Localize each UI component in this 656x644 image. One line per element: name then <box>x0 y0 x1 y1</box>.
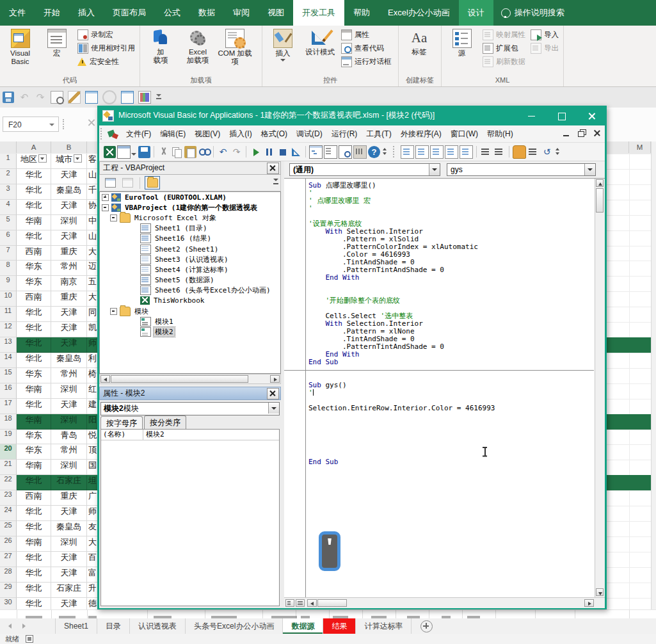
cell-customer-clipped[interactable]: 升 <box>87 583 98 598</box>
tree-item-Sheet6 (头条号Excel办公小动画)[interactable]: Sheet6 (头条号Excel办公小动画) <box>100 286 280 296</box>
cell-customer-clipped[interactable]: 顶 <box>87 444 98 460</box>
help-icon[interactable]: ? <box>368 146 380 158</box>
cell-city[interactable]: 重庆 <box>51 490 87 506</box>
cell-region[interactable]: 华南 <box>17 414 51 430</box>
parameter-info-icon[interactable] <box>445 145 458 159</box>
ribbon-tab-开始[interactable]: 开始 <box>35 0 69 26</box>
row-number[interactable]: 20 <box>0 444 17 460</box>
cell-region[interactable]: 华东 <box>17 368 51 383</box>
tree-item-Sheet3 (认识透视表)[interactable]: Sheet3 (认识透视表) <box>100 254 280 264</box>
sheet-tab-计算达标率[interactable]: 计算达标率 <box>356 618 412 634</box>
cell-customer-clipped[interactable]: 千 <box>87 184 98 200</box>
copy-icon[interactable] <box>171 146 183 158</box>
cell-city[interactable]: 天津 <box>51 322 87 337</box>
cell-city[interactable]: 常州 <box>51 368 87 383</box>
row-number[interactable]: 18 <box>0 414 17 430</box>
redo-icon[interactable]: ↷ <box>230 146 243 158</box>
row-number[interactable]: 15 <box>0 368 17 383</box>
ribbon-tab-数据[interactable]: 数据 <box>189 0 224 26</box>
cell-region[interactable]: 华东 <box>17 444 51 460</box>
row-number[interactable]: 17 <box>0 399 17 414</box>
macro-record-icon[interactable] <box>26 635 33 643</box>
cell-customer-clipped[interactable]: 建 <box>87 399 98 414</box>
ribbon-tab-页面布局[interactable]: 页面布局 <box>104 0 155 26</box>
cell-customer-clipped[interactable]: 迈 <box>87 261 98 276</box>
sheet-tab-头条号Excel办公小动画[interactable]: 头条号Excel办公小动画 <box>186 618 283 634</box>
scroll-thumb[interactable] <box>596 188 604 213</box>
tree-item-Sheet2 (Sheet1)[interactable]: Sheet2 (Sheet1) <box>100 244 280 254</box>
row-number[interactable]: 9 <box>0 276 17 291</box>
vba-menu-文件(F)[interactable]: 文件(F) <box>122 125 156 142</box>
cut-icon[interactable] <box>157 146 170 158</box>
cell-customer-clipped[interactable]: 五 <box>87 276 98 291</box>
view-excel-icon[interactable] <box>104 146 116 158</box>
ribbon-button-插入[interactable]: 插入 <box>265 27 301 73</box>
tree-item-模块[interactable]: 模块 <box>100 306 280 316</box>
column-header-M[interactable]: M <box>629 141 651 153</box>
resize-window-icon[interactable] <box>85 91 98 104</box>
cell-region[interactable]: 地区 <box>17 154 51 169</box>
redo-icon[interactable]: ↷ <box>35 92 46 103</box>
cell-region[interactable]: 华北 <box>17 184 51 200</box>
tree-item-EuroTool (EUROTOOL.XLAM)[interactable]: EuroTool (EUROTOOL.XLAM) <box>100 192 280 202</box>
cell-customer-clipped[interactable]: 同 <box>87 307 98 322</box>
ribbon-button-标签[interactable]: Aa标签 <box>401 27 437 73</box>
properties-tab-按分类序[interactable]: 按分类序 <box>144 415 186 430</box>
row-number[interactable]: 13 <box>0 337 17 353</box>
record-circle-icon[interactable] <box>102 90 116 104</box>
cell-customer-clipped[interactable]: 椅 <box>87 368 98 383</box>
row-number[interactable]: 23 <box>0 490 17 506</box>
sheet-tab-数据源[interactable]: 数据源 <box>283 618 323 634</box>
vba-menu-外接程序(A)[interactable]: 外接程序(A) <box>396 125 446 142</box>
cell-customer-clipped[interactable]: 师 <box>87 506 98 521</box>
print-preview-icon[interactable] <box>51 91 63 104</box>
close-button[interactable] <box>579 108 605 124</box>
cell-region[interactable]: 华北 <box>17 322 51 337</box>
tree-item-Sheet5 (数据源)[interactable]: Sheet5 (数据源) <box>100 275 280 286</box>
find-icon[interactable] <box>198 146 210 158</box>
comment-block-icon[interactable] <box>527 146 540 158</box>
cell-region[interactable]: 华北 <box>17 506 51 521</box>
tree-item-VBAProject (1建你的第一个数据透视表[interactable]: VBAProject (1建你的第一个数据透视表 <box>100 202 280 213</box>
row-number[interactable]: 10 <box>0 291 17 307</box>
ribbon-button-宏[interactable]: 宏 <box>39 27 74 73</box>
cell-city[interactable]: 天津 <box>51 169 87 184</box>
ribbon-button-Excel加载项[interactable]: Excel加载项 <box>180 27 216 73</box>
undo-icon[interactable]: ↶ <box>217 146 229 158</box>
filter-dropdown-icon[interactable] <box>38 154 47 163</box>
tree-item-Sheet1 (目录)[interactable]: Sheet1 (目录) <box>100 223 280 234</box>
row-number[interactable]: 3 <box>0 184 17 200</box>
ribbon-button-录制宏[interactable]: 录制宏 <box>76 29 137 40</box>
row-number[interactable]: 2 <box>0 169 17 184</box>
row-number[interactable]: 7 <box>0 246 17 261</box>
cell-city[interactable]: 常州 <box>51 261 87 276</box>
tree-item-模块2[interactable]: 模块2 <box>100 326 280 337</box>
animation-icon[interactable] <box>138 91 151 104</box>
run-sub-icon[interactable] <box>250 146 262 158</box>
mdi-restore-button[interactable] <box>577 128 587 138</box>
cell-region[interactable]: 华南 <box>17 460 51 475</box>
cell-region[interactable]: 华北 <box>17 583 51 598</box>
cell-city[interactable]: 天津 <box>51 337 87 353</box>
ribbon-tab-文件[interactable]: 文件 <box>0 0 35 26</box>
vba-menu-调试(D)[interactable]: 调试(D) <box>292 125 327 142</box>
cell-city[interactable]: 天津 <box>51 567 87 583</box>
sheet-nav-right[interactable] <box>14 618 33 634</box>
properties-panel-close-icon[interactable] <box>267 388 279 399</box>
cell-customer-clipped[interactable]: 大 <box>87 536 98 552</box>
ribbon-button-源[interactable]: 源 <box>444 27 479 73</box>
collapse-icon[interactable] <box>110 214 117 221</box>
cell-city[interactable]: 石家庄 <box>51 583 87 598</box>
cell-customer-clipped[interactable]: 协 <box>87 200 98 215</box>
cell-city[interactable]: 天津 <box>51 506 87 521</box>
cell-region[interactable]: 华北 <box>17 337 51 353</box>
cell-region[interactable]: 华南 <box>17 536 51 552</box>
toggle-folders-button[interactable] <box>145 176 160 189</box>
column-header-A[interactable]: A <box>17 141 51 153</box>
ribbon-tab-公式[interactable]: 公式 <box>155 0 189 26</box>
undo-icon[interactable]: ↶ <box>19 92 30 103</box>
expand-icon[interactable] <box>102 194 109 201</box>
dropdown-arrow-icon[interactable] <box>268 403 279 414</box>
vba-menu-窗口(W)[interactable]: 窗口(W) <box>446 125 483 142</box>
tree-item-Microsoft Excel 对象[interactable]: Microsoft Excel 对象 <box>100 213 280 223</box>
